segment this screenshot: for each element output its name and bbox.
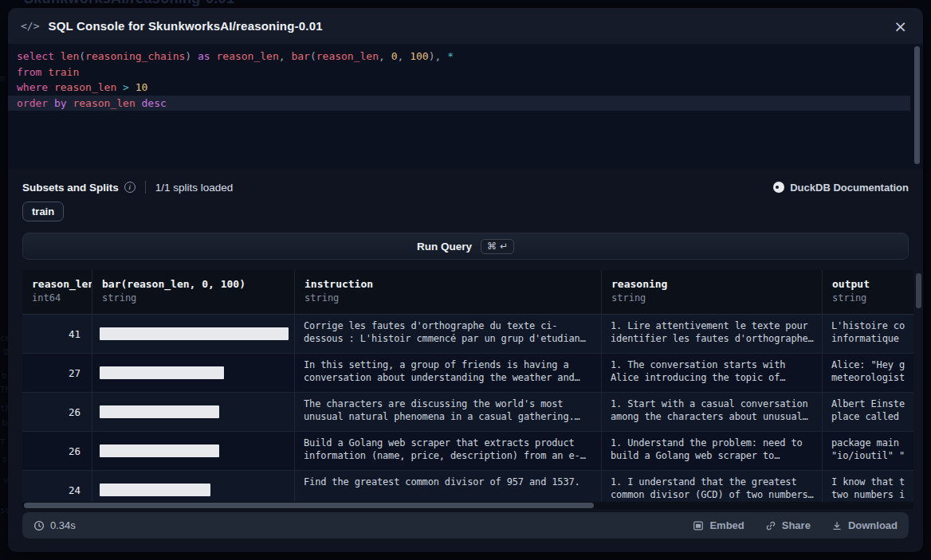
code-line: select len(reasoning_chains) as reason_l…	[8, 49, 910, 65]
table-vertical-scrollbar[interactable]	[916, 273, 921, 308]
cell-reason-len: 24	[22, 471, 92, 502]
cell-bar	[92, 471, 295, 502]
divider	[145, 181, 146, 194]
cell-output: Albert Einste place called	[823, 393, 913, 431]
table-row[interactable]: 26Build a Golang web scraper that extrac…	[22, 432, 913, 471]
cell-bar	[92, 354, 295, 392]
bar-chart-fill	[100, 405, 219, 418]
keyboard-shortcut-badge: ⌘ ↵	[481, 239, 514, 254]
embed-icon	[693, 520, 704, 531]
embed-button[interactable]: Embed	[693, 519, 744, 531]
table-row[interactable]: 41Corrige les fautes d'orthographe du te…	[22, 315, 913, 354]
clock-icon	[33, 520, 45, 531]
column-header-bar-reason-len-0-100-: bar(reason_len, 0, 100)string	[92, 270, 295, 314]
modal-title: SQL Console for SkunkworksAI/reasoning-0…	[48, 19, 890, 33]
column-type: string	[832, 292, 904, 303]
code-line: from train	[8, 65, 910, 80]
background-fragment: T	[0, 437, 6, 448]
cell-output: package main "io/ioutil" "	[823, 432, 913, 470]
embed-label: Embed	[709, 519, 744, 531]
cell-reasoning: 1. I understand that the greatest common…	[602, 471, 823, 502]
bar-chart-fill	[100, 484, 210, 496]
background-fragment: m	[0, 73, 6, 84]
background-fragment: b	[2, 370, 7, 381]
cell-instruction: Find the greatest common divisor of 957 …	[295, 471, 602, 502]
split-chip-train[interactable]: train	[22, 202, 64, 221]
cell-output: I know that t two numbers i	[823, 471, 913, 502]
share-button[interactable]: Share	[765, 519, 811, 531]
column-type: string	[102, 292, 285, 303]
sql-console-modal: </> SQL Console for SkunkworksAI/reasoni…	[8, 8, 923, 552]
column-type: string	[304, 292, 591, 303]
code-icon: </>	[21, 20, 39, 32]
run-query-button[interactable]: Run Query ⌘ ↵	[22, 233, 909, 260]
cell-bar	[92, 432, 295, 470]
cell-output: Alice: "Hey g meteorologist	[823, 354, 913, 392]
query-duration: 0.34s	[33, 519, 76, 531]
cell-instruction: In this setting, a group of friends is h…	[295, 354, 602, 392]
info-icon[interactable]: i	[124, 182, 136, 193]
code-line: where reason_len > 10	[8, 80, 910, 96]
subsets-title: Subsets and Splits	[22, 182, 119, 194]
column-header-reason-len: reason_lenint64	[22, 270, 92, 314]
sql-editor[interactable]: select len(reasoning_chains) as reason_l…	[8, 44, 923, 169]
cell-reasoning: 1. Lire attentivement le texte pour iden…	[602, 315, 823, 353]
share-label: Share	[782, 519, 811, 531]
code-line: order by reason_len desc	[8, 96, 910, 112]
duckdb-documentation-label: DuckDB Documentation	[790, 182, 909, 194]
column-name: output	[832, 278, 904, 290]
column-type: int64	[32, 292, 82, 303]
cell-bar	[92, 393, 295, 431]
column-header-reasoning: reasoningstring	[602, 270, 823, 314]
column-name: instruction	[304, 278, 591, 290]
editor-vertical-scrollbar[interactable]	[914, 46, 920, 164]
background-page-title: SkunkworksAI/reasoning-0.01	[24, 0, 234, 7]
cell-instruction: The characters are discussing the world'…	[295, 393, 602, 431]
table-row[interactable]: 24Find the greatest common divisor of 95…	[22, 471, 913, 502]
column-name: reason_len	[32, 278, 82, 290]
cell-reasoning: 1. Understand the problem: need to build…	[602, 432, 823, 470]
close-icon[interactable]: ×	[890, 18, 910, 34]
column-header-output: outputstring	[823, 270, 913, 314]
query-duration-value: 0.34s	[50, 519, 76, 531]
table-body: 41Corrige les fautes d'orthographe du te…	[22, 315, 913, 502]
table-row[interactable]: 27In this setting, a group of friends is…	[22, 354, 913, 393]
cell-reason-len: 26	[22, 432, 92, 470]
bar-chart-fill	[100, 366, 224, 379]
results-footer: 0.34s Embed Share Download	[22, 512, 909, 538]
table-horizontal-scrollbar[interactable]	[22, 502, 913, 509]
column-name: bar(reason_len, 0, 100)	[102, 278, 285, 290]
share-link-icon	[765, 520, 776, 531]
bar-chart-fill	[100, 444, 219, 457]
splits-loaded-status: 1/1 splits loaded	[155, 182, 234, 194]
download-label: Download	[848, 519, 898, 531]
background-fragment: s	[2, 454, 7, 464]
results-table: reason_lenint64bar(reason_len, 0, 100)st…	[22, 270, 921, 509]
column-name: reasoning	[611, 278, 812, 290]
download-icon	[831, 520, 843, 531]
download-button[interactable]: Download	[831, 519, 898, 531]
duckdb-logo-icon	[773, 182, 784, 193]
cell-output: L'histoire co informatique	[823, 315, 913, 353]
table-header-row: reason_lenint64bar(reason_len, 0, 100)st…	[22, 270, 913, 315]
cell-reason-len: 26	[22, 393, 92, 431]
column-header-instruction: instructionstring	[295, 270, 602, 314]
cell-reasoning: 1. Start with a casual conversation amon…	[602, 393, 823, 431]
horizontal-scrollbar-thumb[interactable]	[24, 503, 594, 508]
cell-instruction: Build a Golang web scraper that extracts…	[295, 432, 602, 470]
cell-instruction: Corrige les fautes d'orthographe du text…	[295, 315, 602, 353]
cell-bar	[92, 315, 295, 353]
cell-reason-len: 27	[22, 354, 92, 392]
duckdb-documentation-link[interactable]: DuckDB Documentation	[773, 182, 909, 194]
cell-reasoning: 1. The conversation starts with Alice in…	[602, 354, 823, 392]
run-query-label: Run Query	[417, 241, 472, 253]
modal-header: </> SQL Console for SkunkworksAI/reasoni…	[8, 8, 923, 44]
bar-chart-fill	[100, 327, 289, 340]
column-type: string	[611, 292, 812, 303]
table-row[interactable]: 26The characters are discussing the worl…	[22, 393, 913, 432]
cell-reason-len: 41	[22, 315, 92, 353]
